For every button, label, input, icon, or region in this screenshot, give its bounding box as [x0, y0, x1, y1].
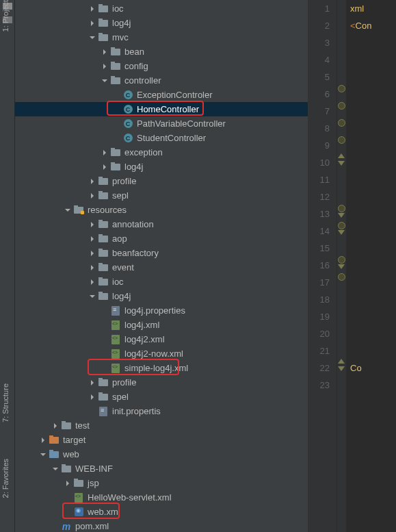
tree-item-StudentController[interactable]: CStudentController	[15, 131, 308, 145]
tree-item-exception[interactable]: exception	[15, 145, 308, 160]
tree-item-log4j[interactable]: log4j	[15, 160, 308, 174]
tool-window-bar	[0, 0, 15, 532]
structure-tab[interactable]: 7: Structure	[1, 383, 10, 422]
tree-item-ExceptionControler[interactable]: CExceptionControler	[15, 88, 308, 102]
tree-item-log4j2-xml[interactable]: log4j2.xml	[15, 332, 308, 346]
chevron-down-icon[interactable]	[52, 466, 59, 472]
xml-icon	[111, 364, 120, 373]
tree-item-bean[interactable]: bean	[15, 45, 308, 59]
tree-item-spel[interactable]: spel	[15, 390, 308, 404]
class-icon: C	[123, 119, 133, 129]
gutter-mark-down[interactable]	[338, 213, 345, 218]
tree-item-log4j[interactable]: log4j	[15, 289, 308, 303]
chevron-right-icon[interactable]	[89, 250, 96, 257]
chevron-right-icon[interactable]	[52, 422, 59, 429]
tree-item-controller[interactable]: controller	[15, 73, 308, 88]
tree-item-log4j-properties[interactable]: log4j.properties	[15, 303, 308, 318]
chevron-right-icon[interactable]	[89, 264, 96, 271]
chevron-down-icon[interactable]	[89, 34, 96, 41]
folder-icon	[98, 220, 108, 229]
gutter-mark-down[interactable]	[338, 264, 345, 269]
tree-item-aop[interactable]: aop	[15, 231, 308, 246]
favorites-tab[interactable]: 2: Favorites	[1, 459, 10, 498]
tree-item-mvc[interactable]: mvc	[15, 30, 308, 45]
tree-item-target[interactable]: target	[15, 433, 308, 447]
chevron-right-icon[interactable]	[64, 480, 71, 487]
tree-item-test[interactable]: test	[15, 418, 308, 433]
tree-item-HelloWeb-servlet-xml[interactable]: HelloWeb-servlet.xml	[15, 490, 308, 505]
tree-item-PathVariableController[interactable]: CPathVariableController	[15, 116, 308, 131]
chevron-right-icon[interactable]	[89, 192, 96, 199]
folder-icon	[74, 479, 83, 488]
project-tab[interactable]: 1: Project	[1, 0, 10, 31]
tree-item-ioc[interactable]: ioc	[15, 1, 308, 16]
chevron-right-icon[interactable]	[89, 20, 96, 27]
xml-icon	[74, 493, 83, 503]
gutter-mark-circle[interactable]	[338, 119, 345, 127]
tree-item-pom-xml[interactable]: mpom.xml	[15, 519, 308, 532]
tree-item-profile[interactable]: profile	[15, 174, 308, 188]
chevron-right-icon[interactable]	[89, 394, 96, 401]
gutter-mark-circle[interactable]	[338, 273, 345, 281]
tree-item-ioc[interactable]: ioc	[15, 275, 308, 289]
tree-item-init-propertis[interactable]: init.propertis	[15, 404, 308, 418]
line-number: 19	[308, 308, 330, 325]
tree-item-label: log4j2.xml	[124, 334, 165, 344]
chevron-right-icon[interactable]	[89, 178, 96, 185]
gutter-mark-up[interactable]	[338, 153, 345, 158]
gutter-mark-down[interactable]	[338, 366, 345, 371]
tree-item-config[interactable]: config	[15, 59, 308, 73]
line-number: 2	[308, 17, 330, 34]
tree-item-event[interactable]: event	[15, 260, 308, 275]
tree-item-WEB-INF[interactable]: WEB-INF	[15, 461, 308, 476]
chevron-down-icon[interactable]	[64, 207, 71, 214]
chevron-right-icon[interactable]	[40, 437, 47, 444]
gutter-mark-circle[interactable]	[338, 205, 345, 212]
gutter-mark-circle[interactable]	[338, 102, 345, 110]
tree-item-label: bean	[124, 47, 144, 57]
chevron-right-icon[interactable]	[89, 236, 96, 242]
code-editor[interactable]: xml<ConCo	[346, 0, 396, 532]
chevron-right-icon[interactable]	[101, 149, 108, 156]
tree-item-log4j[interactable]: log4j	[15, 16, 308, 30]
tree-item-label: annotation	[112, 219, 154, 229]
tree-item-web-xml[interactable]: web.xml	[15, 505, 308, 519]
tree-item-beanfactory[interactable]: beanfactory	[15, 246, 308, 260]
chevron-right-icon[interactable]	[101, 164, 108, 170]
chevron-right-icon[interactable]	[101, 49, 108, 55]
gutter-mark-circle[interactable]	[338, 222, 345, 229]
gutter-mark-up[interactable]	[338, 359, 345, 364]
folder-icon	[62, 421, 71, 431]
chevron-right-icon[interactable]	[89, 379, 96, 386]
chevron-right-icon[interactable]	[89, 221, 96, 228]
tree-item-web[interactable]: web	[15, 447, 308, 461]
no-arrow	[101, 307, 108, 314]
no-arrow	[114, 106, 120, 113]
tree-item-profile[interactable]: profile	[15, 375, 308, 390]
gutter-mark-circle[interactable]	[338, 136, 345, 144]
chevron-right-icon[interactable]	[101, 63, 108, 70]
tree-item-log4j2-now-xml[interactable]: log4j2-now.xml	[15, 346, 308, 361]
tree-item-sepl[interactable]: sepl	[15, 188, 308, 203]
gutter-mark-down[interactable]	[338, 230, 345, 235]
tree-item-label: HelloWeb-servlet.xml	[88, 492, 172, 503]
tree-item-label: config	[124, 61, 148, 71]
tree-item-HomeController[interactable]: CHomeController	[15, 102, 308, 116]
folder-blue-icon	[49, 450, 59, 459]
chevron-right-icon[interactable]	[89, 5, 96, 12]
chevron-down-icon[interactable]	[40, 451, 47, 458]
line-number: 15	[308, 240, 330, 257]
tree-item-simple-log4j-xml[interactable]: simple-log4j.xml	[15, 361, 308, 375]
tree-item-resources[interactable]: resources	[15, 203, 308, 217]
gutter-mark-circle[interactable]	[338, 85, 345, 92]
chevron-right-icon[interactable]	[89, 279, 96, 286]
gutter-mark-down[interactable]	[338, 161, 345, 166]
gutter-mark-circle[interactable]	[338, 256, 345, 264]
tree-item-annotation[interactable]: annotation	[15, 217, 308, 231]
project-tree[interactable]: ioclog4jmvcbeanconfigcontrollerCExceptio…	[15, 0, 308, 532]
editor-area: 1234567891011121314151617181920212223 xm…	[308, 0, 396, 532]
tree-item-jsp[interactable]: jsp	[15, 476, 308, 490]
tree-item-log4j-xml[interactable]: log4j.xml	[15, 318, 308, 332]
chevron-down-icon[interactable]	[101, 77, 108, 84]
chevron-down-icon[interactable]	[89, 293, 96, 300]
